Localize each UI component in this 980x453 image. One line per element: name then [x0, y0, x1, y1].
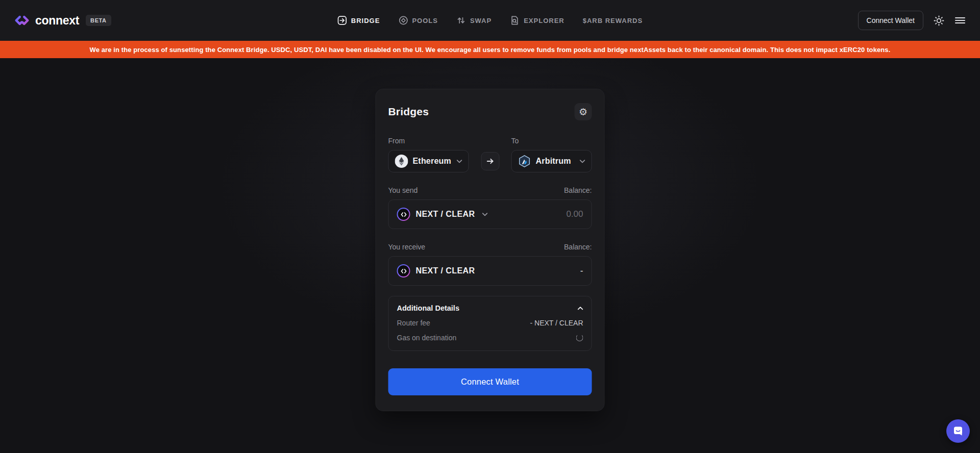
brand-logo[interactable]: connext BETA — [14, 13, 111, 28]
chevron-down-icon — [482, 213, 487, 216]
chevron-down-icon — [457, 160, 462, 163]
chat-launcher-button[interactable] — [946, 419, 970, 443]
theme-toggle-button[interactable] — [934, 15, 944, 26]
receive-amount-box: NEXT / CLEAR - — [388, 256, 592, 286]
arbitrum-icon — [518, 155, 531, 168]
send-token-select[interactable]: NEXT / CLEAR — [397, 208, 488, 221]
nav-item-arb-rewards[interactable]: $ARB REWARDS — [583, 17, 643, 24]
swap-icon — [456, 16, 466, 26]
from-label: From — [388, 137, 469, 145]
chevron-up-icon — [578, 307, 583, 310]
connect-wallet-button-top[interactable]: Connect Wallet — [858, 11, 923, 30]
next-clear-token-icon — [397, 264, 410, 278]
details-title: Additional Details — [397, 304, 459, 312]
you-send-label: You send — [388, 186, 418, 194]
next-clear-token-icon — [397, 208, 410, 221]
swap-direction-button[interactable] — [481, 152, 499, 170]
nav-label: BRIDGE — [351, 17, 380, 24]
send-amount-box: NEXT / CLEAR — [388, 199, 592, 229]
connect-wallet-button-card[interactable]: Connect Wallet — [388, 368, 592, 395]
chevron-down-icon — [580, 160, 585, 163]
gear-icon: ⚙ — [579, 107, 587, 117]
router-fee-value: - NEXT / CLEAR — [530, 319, 583, 327]
additional-details: Additional Details Router fee - NEXT / C… — [388, 296, 592, 351]
detail-row-router-fee: Router fee - NEXT / CLEAR — [397, 319, 583, 327]
pools-icon — [398, 16, 408, 26]
topbar-right: Connect Wallet — [858, 11, 966, 30]
detail-row-gas: Gas on destination — [397, 334, 583, 342]
beta-badge: BETA — [86, 15, 111, 26]
send-token-name: NEXT / CLEAR — [416, 210, 475, 219]
to-chain-name: Arbitrum — [536, 157, 571, 166]
hamburger-icon — [954, 16, 966, 25]
nav-item-bridge[interactable]: BRIDGE — [337, 16, 380, 26]
loading-spinner-icon — [576, 334, 583, 341]
gas-destination-label: Gas on destination — [397, 334, 457, 342]
menu-button[interactable] — [954, 16, 966, 25]
nav-item-pools[interactable]: POOLS — [398, 16, 438, 26]
nav-item-explorer[interactable]: EXPLORER — [510, 16, 565, 26]
send-amount-input[interactable] — [517, 209, 583, 219]
settings-button[interactable]: ⚙ — [575, 103, 592, 120]
arrow-right-icon — [486, 157, 494, 165]
nav-item-swap[interactable]: SWAP — [456, 16, 492, 26]
bridge-card: Bridges ⚙ From To Ethereum — [376, 89, 604, 411]
router-fee-label: Router fee — [397, 319, 430, 327]
nav-label: SWAP — [470, 17, 492, 24]
explorer-icon — [510, 16, 520, 26]
chat-bubble-icon — [952, 425, 964, 437]
main-content: Bridges ⚙ From To Ethereum — [0, 58, 980, 453]
receive-balance-label: Balance: — [564, 243, 592, 251]
receive-token: NEXT / CLEAR — [397, 264, 475, 278]
connext-logo-icon — [14, 13, 30, 28]
card-title: Bridges — [388, 106, 429, 118]
announcement-text: We are in the process of sunsetting the … — [90, 46, 891, 54]
receive-amount-value: - — [580, 266, 583, 276]
nav-label: $ARB REWARDS — [583, 17, 643, 24]
to-label: To — [511, 137, 592, 145]
announcement-banner: We are in the process of sunsetting the … — [0, 41, 980, 58]
bridge-icon — [337, 16, 347, 26]
receive-token-name: NEXT / CLEAR — [416, 266, 475, 275]
nav-label: EXPLORER — [524, 17, 565, 24]
from-chain-name: Ethereum — [413, 157, 451, 166]
to-chain-select[interactable]: Arbitrum — [511, 150, 592, 172]
from-chain-select[interactable]: Ethereum — [388, 150, 469, 172]
you-receive-label: You receive — [388, 243, 426, 251]
ethereum-icon — [395, 155, 408, 168]
send-balance-label: Balance: — [564, 186, 592, 194]
main-nav: BRIDGE POOLS SWAP — [337, 16, 643, 26]
top-bar: connext BETA BRIDGE POOLS — [0, 0, 980, 41]
nav-label: POOLS — [412, 17, 438, 24]
details-toggle[interactable]: Additional Details — [397, 304, 583, 312]
brand-name: connext — [35, 14, 79, 28]
sun-icon — [934, 15, 944, 26]
